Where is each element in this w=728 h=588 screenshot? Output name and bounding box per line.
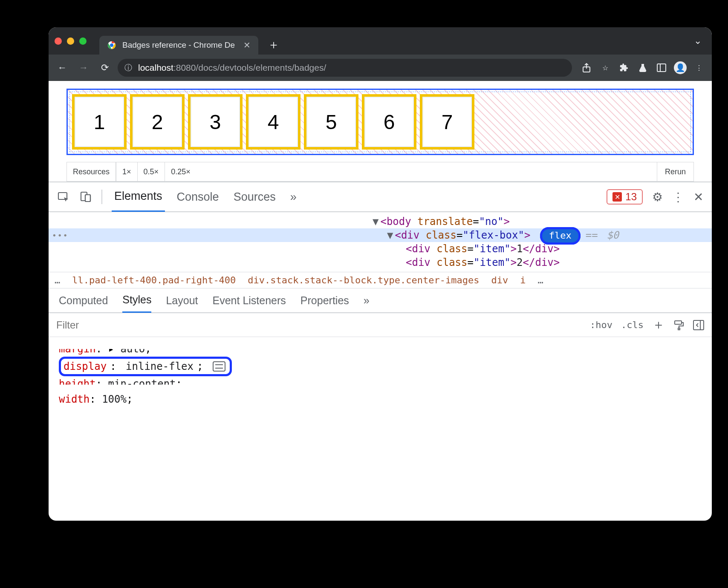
labs-flask-icon[interactable] [635,60,650,75]
flex-item: 5 [304,94,358,150]
devtools-toolbar: Elements Console Sources » ✕ 13 ⚙ ⋮ ✕ [49,182,712,212]
zoom-option[interactable]: 1× [116,162,137,181]
tab-elements[interactable]: Elements [112,182,165,212]
flex-item: 2 [130,94,185,150]
panel-toggle-icon[interactable] [654,60,669,75]
subtab-computed[interactable]: Computed [59,288,108,313]
paint-format-icon[interactable] [673,320,685,331]
styles-filter-input[interactable] [49,319,582,331]
tabs-overflow-icon[interactable]: ⌄ [694,35,702,46]
svg-point-1 [110,43,113,47]
settings-gear-icon[interactable]: ⚙ [652,190,663,204]
chevron-down-icon[interactable]: ▼ [387,229,393,241]
dom-node[interactable]: ▼<body translate="no"> [49,215,712,228]
breadcrumb-item[interactable]: i [520,275,526,285]
subtab-properties[interactable]: Properties [300,288,349,313]
toolbar: ← → ⟳ ⓘ localhost:8080/docs/devtools/ele… [49,55,712,81]
svg-rect-3 [657,64,666,72]
extensions-icon[interactable] [616,60,632,75]
bookmark-star-icon[interactable]: ☆ [598,60,613,75]
breadcrumb-item[interactable]: div.stack.stack--block.type.center-image… [248,275,479,285]
breadcrumb-item[interactable]: div [491,275,508,285]
tabs-overflow-icon[interactable]: » [288,182,299,212]
style-declaration[interactable]: height: min-content; [59,376,702,392]
address-bar[interactable]: ⓘ localhost:8080/docs/devtools/elements/… [118,59,572,77]
svg-rect-7 [85,195,90,202]
close-devtools-icon[interactable]: ✕ [693,190,703,204]
rerun-button[interactable]: Rerun [657,162,693,181]
error-count-badge[interactable]: ✕ 13 [607,189,643,205]
zoom-option[interactable]: 0.25× [165,162,196,181]
tab-sources[interactable]: Sources [231,182,278,212]
url: localhost:8080/docs/devtools/elements/ba… [138,63,326,73]
crumb-overflow-right[interactable]: … [537,275,543,285]
styles-pane[interactable]: margin: ▸ auto; display: inline-flex; he… [49,337,712,407]
titlebar: Badges reference - Chrome De ✕ ＋ ⌄ [49,27,712,55]
chevron-down-icon[interactable]: ▼ [373,216,378,228]
reload-button[interactable]: ⟳ [96,59,113,76]
style-declaration-highlighted[interactable]: display: inline-flex; [59,357,702,376]
flex-editor-icon[interactable] [213,361,225,372]
tab-title: Badges reference - Chrome De [122,40,235,50]
devtools-panel: Elements Console Sources » ✕ 13 ⚙ ⋮ ✕ ▼<… [49,182,712,407]
svg-rect-11 [693,320,704,330]
demo-controls-bar: Resources 1× 0.5× 0.25× Rerun [66,162,694,182]
flex-item: 3 [188,94,243,150]
inspect-element-icon[interactable] [57,190,70,203]
styles-subtabs: Computed Styles Layout Event Listeners P… [49,288,712,313]
site-info-icon[interactable]: ⓘ [124,63,132,73]
dom-node-selected[interactable]: ▼<div class="flex-box"> flex== $0 [49,228,712,242]
flex-container-demo: 1 2 3 4 5 6 7 [66,89,694,155]
flex-item: 6 [362,94,416,150]
maximize-window-button[interactable] [79,37,87,45]
flex-item: 4 [246,94,300,150]
error-icon: ✕ [612,192,622,202]
devtools-menu-icon[interactable]: ⋮ [672,190,684,204]
toggle-sidebar-icon[interactable] [693,320,704,330]
flex-badge[interactable]: flex [540,227,581,245]
dom-node[interactable]: <div class="item">1</div> [49,242,712,256]
cls-toggle[interactable]: .cls [621,320,644,330]
subtabs-overflow-icon[interactable]: » [364,288,370,313]
chrome-favicon-icon [107,40,116,50]
style-declaration[interactable]: margin: ▸ auto; [59,341,702,357]
share-icon[interactable] [579,60,594,75]
close-tab-icon[interactable]: ✕ [243,40,251,50]
styles-filter-bar: :hov .cls ＋ [49,313,712,337]
style-declaration[interactable]: width: 100%; [59,392,702,407]
resources-button[interactable]: Resources [67,162,116,181]
browser-menu-icon[interactable]: ⋮ [691,60,707,75]
zoom-option[interactable]: 0.5× [137,162,165,181]
subtab-styles[interactable]: Styles [122,288,151,313]
crumb-overflow-left[interactable]: … [55,275,60,285]
hov-toggle[interactable]: :hov [590,320,612,330]
console-var: $0 [607,229,619,241]
subtab-event-listeners[interactable]: Event Listeners [213,288,286,313]
profile-avatar[interactable]: 👤 [673,60,688,75]
dom-tree[interactable]: ▼<body translate="no"> ▼<div class="flex… [49,212,712,272]
browser-window: Badges reference - Chrome De ✕ ＋ ⌄ ← → ⟳… [49,27,712,521]
window-controls [55,37,87,45]
new-tab-button[interactable]: ＋ [268,37,280,53]
page-viewport: 1 2 3 4 5 6 7 Resources 1× 0.5× 0.25× Re… [49,81,712,182]
close-window-button[interactable] [55,37,62,45]
error-count: 13 [625,191,637,203]
flex-item: 1 [72,94,127,150]
separator [101,190,102,204]
svg-rect-10 [678,328,680,330]
browser-tab[interactable]: Badges reference - Chrome De ✕ [99,36,258,55]
flex-item: 7 [420,94,474,150]
device-toggle-icon[interactable] [79,190,92,203]
subtab-layout[interactable]: Layout [166,288,198,313]
dom-node[interactable]: <div class="item">2</div> [49,256,712,269]
forward-button[interactable]: → [75,59,92,76]
breadcrumb-item[interactable]: ll.pad-left-400.pad-right-400 [72,275,236,285]
tab-console[interactable]: Console [174,182,222,212]
back-button[interactable]: ← [54,59,71,76]
minimize-window-button[interactable] [67,37,74,45]
svg-rect-9 [675,321,682,324]
new-style-rule-icon[interactable]: ＋ [652,316,665,334]
toolbar-actions: ☆ 👤 ⋮ [579,60,707,75]
breadcrumbs[interactable]: … ll.pad-left-400.pad-right-400 div.stac… [49,272,712,288]
